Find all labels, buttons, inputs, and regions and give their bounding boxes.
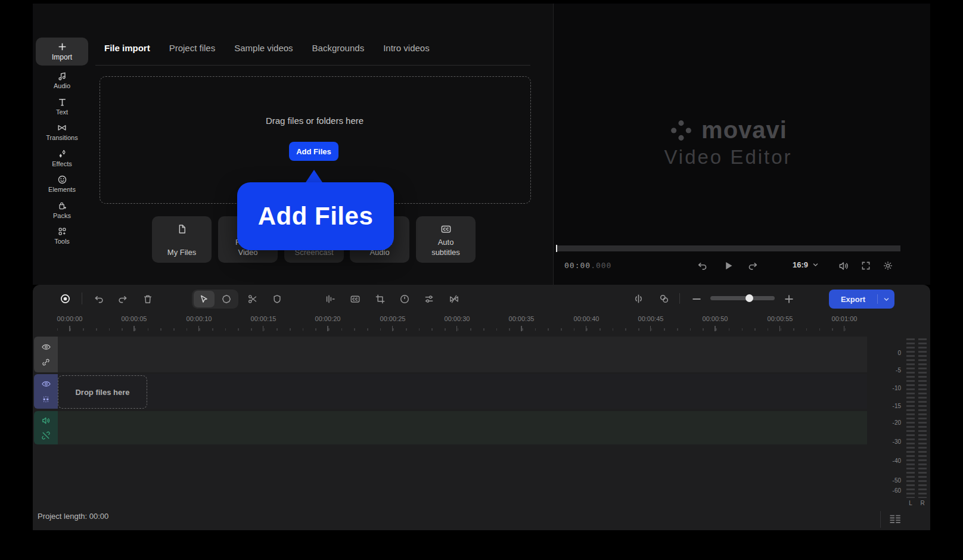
meter-label: -40 xyxy=(886,458,901,464)
add-files-button[interactable]: Add Files xyxy=(289,142,338,161)
sidebar-item-transitions[interactable]: Transitions xyxy=(35,119,89,144)
particles-icon[interactable] xyxy=(41,394,51,404)
card-auto-subtitles[interactable]: Auto subtitles xyxy=(416,216,476,263)
movavi-mark-icon xyxy=(669,119,693,142)
scissors-icon[interactable] xyxy=(247,294,258,304)
subtitles-cc-icon[interactable] xyxy=(350,294,361,304)
record-icon[interactable] xyxy=(60,293,71,304)
eye-icon[interactable] xyxy=(41,342,51,352)
filters-adjust-icon[interactable] xyxy=(424,294,434,304)
tabs-divider xyxy=(95,65,530,66)
smiley-icon xyxy=(57,175,67,185)
brand-name: movavi xyxy=(701,117,787,144)
sidebar-item-label: Packs xyxy=(53,212,71,219)
meter-label: 0 xyxy=(886,350,901,356)
sidebar-item-label: Effects xyxy=(52,160,72,167)
audio-meter-left xyxy=(906,338,915,498)
meter-label: -10 xyxy=(886,385,901,391)
audio-track-lane[interactable] xyxy=(58,411,867,444)
meter-label: -5 xyxy=(886,367,901,374)
ruler-label: 00:00:55 xyxy=(759,315,801,322)
gear-icon[interactable] xyxy=(883,260,893,271)
zoom-slider-knob[interactable] xyxy=(745,294,753,302)
speaker-icon[interactable] xyxy=(838,260,849,272)
timeline-zoom-slider[interactable] xyxy=(710,296,775,300)
card-my-files[interactable]: My Files xyxy=(152,216,212,263)
crop-icon[interactable] xyxy=(375,294,386,304)
sidebar-item-label: Text xyxy=(56,108,68,116)
timecode-main: 00:00 xyxy=(564,261,591,270)
video-track-lane[interactable] xyxy=(58,374,867,409)
zoom-in-icon[interactable] xyxy=(784,294,794,304)
tab-backgrounds[interactable]: Backgrounds xyxy=(312,43,365,53)
sidebar-item-text[interactable]: Text xyxy=(35,94,89,119)
ruler-label: 00:00:35 xyxy=(501,315,542,322)
export-options-chevron[interactable] xyxy=(878,296,894,303)
chevron-down-icon xyxy=(812,262,819,268)
audio-levels-icon[interactable] xyxy=(325,294,336,304)
redo-icon[interactable] xyxy=(117,294,128,304)
brand-subtitle: Video Editor xyxy=(664,146,792,169)
fullscreen-icon[interactable] xyxy=(861,260,871,271)
sidebar-item-elements[interactable]: Elements xyxy=(35,171,89,196)
track-drop-target[interactable]: Drop files here xyxy=(58,375,147,409)
meter-channel-label: R xyxy=(918,500,927,506)
skip-back-icon[interactable] xyxy=(697,260,708,272)
undo-icon[interactable] xyxy=(94,294,104,304)
ruler-label: 00:00:25 xyxy=(372,315,414,322)
shield-marker-icon[interactable] xyxy=(272,294,282,304)
sidebar-item-label: Transitions xyxy=(46,134,77,141)
ruler-label: 00:01:00 xyxy=(824,315,865,322)
tab-file-import[interactable]: File import xyxy=(104,43,150,53)
zoom-out-icon[interactable] xyxy=(691,294,702,304)
media-tabs: File import Project files Sample videos … xyxy=(104,43,430,53)
sidebar-item-tools[interactable]: Tools xyxy=(35,223,89,248)
card-label: My Files xyxy=(161,237,203,257)
play-icon[interactable] xyxy=(722,260,734,272)
ruler-label: 00:00:05 xyxy=(113,315,155,322)
tab-sample-videos[interactable]: Sample videos xyxy=(234,43,293,53)
plus-icon xyxy=(57,42,67,52)
meter-channel-label: L xyxy=(906,500,915,506)
cursor-tool-icon[interactable] xyxy=(198,294,209,304)
transitions-icon xyxy=(57,123,67,133)
seekbar-playhead[interactable] xyxy=(556,245,557,252)
link-track-icon[interactable] xyxy=(41,357,51,367)
track-list-icon[interactable] xyxy=(887,511,903,527)
meter-label: -15 xyxy=(886,403,901,409)
trash-icon[interactable] xyxy=(142,294,153,304)
preview-seekbar[interactable] xyxy=(556,245,900,251)
dropzone-hint: Drag files or folders here xyxy=(100,116,530,126)
sidebar-item-effects[interactable]: Effects xyxy=(35,145,89,170)
audio-meter-right xyxy=(918,338,927,498)
speaker-icon[interactable] xyxy=(41,416,51,425)
meter-label: -30 xyxy=(886,438,901,445)
app-window: Import Audio Text Transitions Effects El… xyxy=(0,0,963,560)
import-label: Import xyxy=(52,53,72,61)
unlink-track-icon[interactable] xyxy=(41,431,51,440)
tab-intro-videos[interactable]: Intro videos xyxy=(383,43,430,53)
eye-icon[interactable] xyxy=(41,379,51,389)
audio-track-header xyxy=(34,411,58,444)
toolbar-divider xyxy=(82,293,82,304)
clip-speed-icon[interactable] xyxy=(399,294,410,304)
video-track-header xyxy=(34,374,58,409)
overlay-track-header xyxy=(34,337,58,372)
statusbar-divider xyxy=(880,511,881,528)
project-length-status: Project length: 00:00 xyxy=(38,512,108,521)
ruler-label: 00:00:30 xyxy=(436,315,478,322)
aspect-ratio-select[interactable]: 16:9 xyxy=(793,260,819,269)
transition-tool-icon[interactable] xyxy=(449,294,459,304)
overlay-track-lane[interactable] xyxy=(58,337,867,372)
export-button[interactable]: Export xyxy=(829,290,894,309)
sidebar-item-audio[interactable]: Audio xyxy=(35,67,89,92)
waveform-display-icon[interactable] xyxy=(633,293,644,304)
preview-timecode: 00:00.000 xyxy=(564,261,611,270)
skip-forward-icon[interactable] xyxy=(747,260,759,272)
marker-tool-icon[interactable] xyxy=(221,294,232,304)
sidebar-import-button[interactable]: Import xyxy=(36,38,88,66)
tab-project-files[interactable]: Project files xyxy=(169,43,216,53)
link-clips-icon[interactable] xyxy=(658,293,670,304)
sidebar-item-packs[interactable]: Packs xyxy=(35,197,89,222)
ruler-label: 00:00:45 xyxy=(630,315,672,322)
